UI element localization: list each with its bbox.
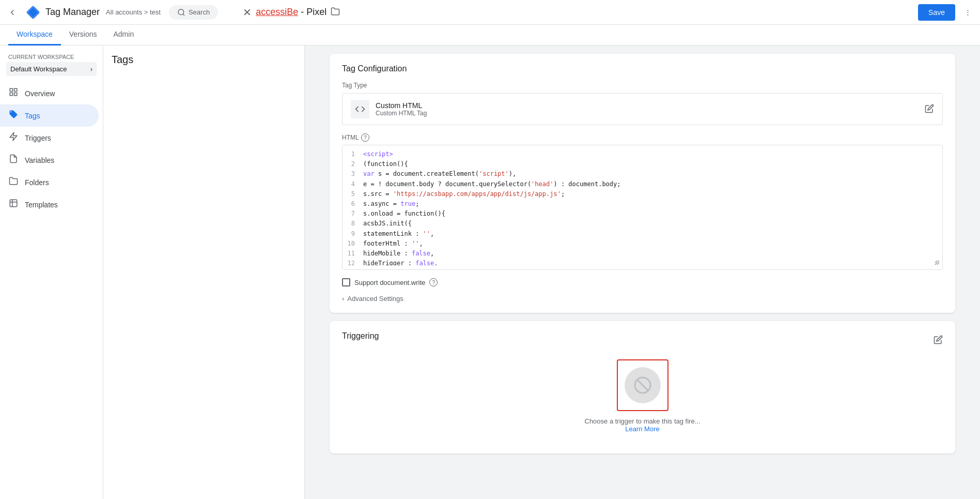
trigger-hint: Choose a trigger to make this tag fire..…: [585, 417, 701, 425]
overview-icon: [8, 87, 19, 99]
svg-marker-7: [10, 133, 17, 141]
more-button[interactable]: ⋮: [959, 4, 976, 21]
tag-type-name: Custom HTML: [376, 101, 427, 110]
main-layout: CURRENT WORKSPACE Default Workspace › Ov…: [0, 46, 980, 499]
code-content[interactable]: <script>(function(){var s = document.cre…: [359, 149, 942, 265]
trigger-area: Choose a trigger to make this tag fire..…: [342, 349, 943, 443]
svg-rect-6: [14, 93, 17, 96]
tab-admin[interactable]: Admin: [105, 25, 142, 46]
app-title: Tag Manager: [45, 7, 100, 18]
tag-config-card: Tag Configuration Tag Type Custom HTML C…: [330, 54, 955, 313]
advanced-label: Advanced Settings: [347, 295, 403, 303]
sidebar-item-triggers[interactable]: Triggers: [0, 127, 99, 149]
html-label: HTML: [342, 134, 359, 141]
content-area: Tags Tag Configuration Tag Type Cu: [103, 46, 980, 499]
tab-workspace[interactable]: Workspace: [8, 25, 61, 46]
sidebar-item-label: Variables: [25, 156, 54, 164]
support-label: Support document.write: [354, 279, 425, 286]
html-label-row: HTML ?: [342, 133, 943, 142]
topbar-right: Save ⋮: [918, 4, 976, 21]
tag-type-details: Custom HTML Custom HTML Tag: [376, 101, 427, 117]
tag-type-info: Custom HTML Custom HTML Tag: [351, 100, 427, 118]
triggers-icon: [8, 132, 19, 144]
resize-handle[interactable]: [934, 260, 940, 267]
support-row: Support document.write ?: [342, 278, 943, 286]
workspace-name: Default Workspace: [10, 65, 67, 73]
sidebar-item-folders[interactable]: Folders: [0, 171, 99, 193]
chevron-right-icon: ›: [342, 295, 344, 303]
sidebar-item-tags[interactable]: Tags: [0, 104, 99, 127]
tag-title-name: Pixel: [306, 7, 326, 17]
sidebar-item-label: Tags: [25, 112, 40, 120]
trigger-icon: [625, 367, 661, 403]
tag-type-selector[interactable]: Custom HTML Custom HTML Tag: [342, 93, 943, 125]
svg-line-12: [637, 380, 648, 390]
search-placeholder: Search: [189, 8, 210, 16]
tags-panel: Tags: [103, 46, 305, 499]
folder-icon[interactable]: [331, 7, 340, 18]
templates-icon: [8, 199, 19, 210]
tag-title-sep: -: [298, 7, 306, 17]
tag-type-desc: Custom HTML Tag: [376, 110, 427, 117]
more-icon: ⋮: [965, 8, 971, 16]
sidebar: CURRENT WORKSPACE Default Workspace › Ov…: [0, 46, 103, 499]
folders-icon: [8, 176, 19, 188]
triggering-header: Triggering: [342, 331, 943, 349]
tag-config-title: Tag Configuration: [342, 64, 943, 73]
tags-icon: [8, 110, 19, 122]
tag-editor-scroll: Tag Configuration Tag Type Custom HTML C…: [305, 46, 980, 499]
subnav: Workspace Versions Admin: [0, 25, 980, 46]
edit-triggering-icon[interactable]: [934, 335, 943, 346]
workspace-section: CURRENT WORKSPACE Default Workspace ›: [0, 52, 103, 82]
topbar: Tag Manager All accounts > test Search ✕…: [0, 0, 980, 25]
sidebar-item-label: Templates: [25, 201, 58, 209]
tab-versions[interactable]: Versions: [61, 25, 105, 46]
tag-type-icon: [351, 100, 369, 118]
sidebar-item-variables[interactable]: Variables: [0, 149, 99, 171]
code-editor-inner[interactable]: 12345678910111213141516171819 <script>(f…: [343, 145, 942, 269]
variables-icon: [8, 154, 19, 166]
save-button[interactable]: Save: [918, 4, 955, 21]
html-help-icon[interactable]: ?: [361, 133, 369, 142]
code-editor[interactable]: 12345678910111213141516171819 <script>(f…: [342, 145, 943, 270]
tags-title: Tags: [112, 54, 296, 66]
line-numbers: 12345678910111213141516171819: [343, 149, 359, 265]
trigger-learn-link[interactable]: Learn More: [625, 425, 659, 433]
close-button[interactable]: ✕: [243, 6, 252, 19]
support-help-icon[interactable]: ?: [429, 278, 438, 286]
svg-rect-5: [10, 93, 12, 96]
triggering-title: Triggering: [342, 331, 379, 341]
edit-tag-type-icon[interactable]: [925, 104, 934, 115]
tag-editor-title: accessiBe - Pixel: [256, 7, 326, 18]
sidebar-item-label: Folders: [25, 178, 49, 187]
tag-title-brand: accessiBe: [256, 7, 298, 17]
logo-icon: [25, 4, 41, 21]
tag-editor-title-area: ✕ accessiBe - Pixel: [243, 6, 340, 19]
workspace-label: CURRENT WORKSPACE: [6, 54, 97, 60]
chevron-right-icon: ›: [90, 65, 92, 73]
svg-rect-4: [14, 88, 17, 91]
tag-type-label: Tag Type: [342, 82, 943, 89]
search-icon: [177, 8, 185, 17]
support-checkbox[interactable]: [342, 278, 350, 286]
tag-editor-panel: Tag Configuration Tag Type Custom HTML C…: [305, 46, 980, 499]
advanced-settings-row[interactable]: › Advanced Settings: [342, 295, 943, 303]
search-area[interactable]: Search: [169, 5, 218, 20]
sidebar-item-overview[interactable]: Overview: [0, 82, 99, 104]
back-button[interactable]: [4, 4, 21, 21]
trigger-selector[interactable]: [617, 359, 668, 411]
svg-rect-8: [10, 200, 17, 207]
svg-point-2: [178, 9, 184, 15]
svg-rect-3: [10, 88, 12, 91]
triggering-card: Triggering Choose a trigger to make this…: [330, 321, 955, 453]
sidebar-item-label: Triggers: [25, 134, 51, 142]
workspace-selector[interactable]: Default Workspace ›: [6, 62, 97, 76]
sidebar-item-templates[interactable]: Templates: [0, 193, 99, 216]
breadcrumb: All accounts > test: [106, 8, 161, 16]
app-logo: Tag Manager: [25, 4, 100, 21]
sidebar-item-label: Overview: [25, 89, 55, 98]
